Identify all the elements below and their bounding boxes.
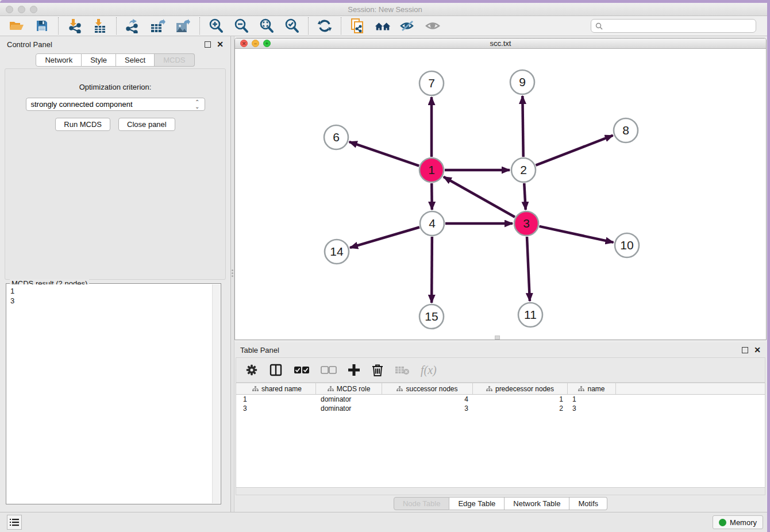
window-right-border <box>767 0 770 532</box>
table-row[interactable]: 3dominator323 <box>236 404 765 413</box>
edge-4-15[interactable] <box>432 237 432 303</box>
main-toolbar <box>0 16 770 36</box>
memory-label: Memory <box>730 518 757 527</box>
network-window-title: scc.txt <box>235 39 766 48</box>
clone-network-icon[interactable] <box>349 18 366 34</box>
network-window-titlebar[interactable]: ✕ − + scc.txt <box>235 38 766 49</box>
task-history-button[interactable] <box>7 515 22 530</box>
tab-network-table[interactable]: Network Table <box>505 497 569 510</box>
open-session-icon[interactable] <box>8 18 25 34</box>
node-table: shared nameMCDS rolesuccessor nodesprede… <box>236 383 765 488</box>
cell-predecessor-nodes[interactable]: 2 <box>473 404 568 413</box>
node-label-1: 1 <box>428 163 435 176</box>
window-top-border <box>0 0 770 3</box>
search-input[interactable] <box>606 22 752 30</box>
table-footer-strip <box>236 488 765 495</box>
edge-2-3[interactable] <box>524 183 525 210</box>
import-network-icon[interactable] <box>66 18 83 34</box>
cell-shared-name[interactable]: 1 <box>238 395 316 404</box>
result-scrollbar[interactable] <box>212 284 220 503</box>
node-label-3: 3 <box>523 217 530 230</box>
split-columns-icon[interactable] <box>269 363 283 377</box>
edge-1-6[interactable] <box>349 142 419 166</box>
node-label-15: 15 <box>425 310 438 323</box>
edge-3-1[interactable] <box>444 177 515 217</box>
table-panel-title: Table Panel <box>240 346 279 354</box>
close-panel-button[interactable]: Close panel <box>118 118 175 131</box>
float-table-panel-icon[interactable] <box>742 347 748 353</box>
save-session-icon[interactable] <box>33 18 51 34</box>
refresh-icon[interactable] <box>316 18 333 34</box>
tab-style[interactable]: Style <box>82 53 116 67</box>
delete-table-icon[interactable] <box>395 365 410 375</box>
table-toolbar: f(x) <box>236 357 765 383</box>
node-label-11: 11 <box>524 308 537 321</box>
mcds-result-list[interactable]: 1 3 <box>7 284 212 503</box>
hierarchy-icon <box>328 386 334 392</box>
cell-shared-name[interactable]: 3 <box>238 404 316 413</box>
neighborhood-icon[interactable] <box>374 18 391 34</box>
export-network-icon[interactable] <box>124 18 141 34</box>
float-panel-icon[interactable] <box>205 41 211 48</box>
export-image-icon[interactable] <box>175 18 192 34</box>
mcds-result-box: MCDS result (2 nodes) 1 3 <box>6 283 221 504</box>
window-title: Session: New Session <box>0 5 770 14</box>
cell-predecessor-nodes[interactable]: 1 <box>473 395 568 404</box>
tab-mcds[interactable]: MCDS <box>155 53 194 67</box>
optimization-criterion-value: strongly connected component <box>31 100 133 109</box>
cell-MCDS-role[interactable]: dominator <box>316 395 382 404</box>
tab-edge-table[interactable]: Edge Table <box>449 497 505 510</box>
table-settings-icon[interactable] <box>245 364 258 376</box>
select-all-checks-icon[interactable] <box>294 366 310 374</box>
tab-select[interactable]: Select <box>116 53 155 67</box>
hide-selected-icon[interactable] <box>399 18 417 34</box>
deselect-all-checks-icon[interactable] <box>321 366 337 374</box>
edge-3-11[interactable] <box>527 237 530 301</box>
cell-MCDS-role[interactable]: dominator <box>316 404 382 413</box>
hierarchy-icon <box>252 386 259 392</box>
cell-name[interactable]: 3 <box>568 404 616 413</box>
edge-4-14[interactable] <box>350 228 419 248</box>
tab-network[interactable]: Network <box>36 53 82 67</box>
close-table-panel-icon[interactable]: ✕ <box>754 347 761 353</box>
memory-status-icon <box>719 519 726 526</box>
edge-3-10[interactable] <box>539 226 613 242</box>
zoom-in-icon[interactable] <box>207 18 225 34</box>
zoom-selected-icon[interactable] <box>283 18 301 34</box>
node-label-4: 4 <box>429 217 436 230</box>
import-table-icon[interactable] <box>91 18 109 34</box>
network-canvas[interactable]: 7968124314101511 <box>235 49 766 340</box>
column-header-successor-nodes[interactable]: successor nodes <box>382 383 473 394</box>
cell-successor-nodes[interactable]: 3 <box>382 404 473 413</box>
zoom-fit-icon[interactable] <box>258 18 275 34</box>
canvas-scroll-thumb[interactable] <box>495 336 500 340</box>
panel-splitter[interactable] <box>231 36 234 512</box>
column-header-MCDS-role[interactable]: MCDS role <box>316 383 382 394</box>
column-header-name[interactable]: name <box>568 383 616 394</box>
close-panel-icon[interactable]: ✕ <box>217 41 224 48</box>
tab-node-table[interactable]: Node Table <box>394 497 450 510</box>
network-graph[interactable]: 7968124314101511 <box>235 49 766 340</box>
control-panel-title: Control Panel <box>7 40 52 49</box>
edge-2-8[interactable] <box>536 136 613 165</box>
run-mcds-button[interactable]: Run MCDS <box>55 118 110 131</box>
zoom-out-icon[interactable] <box>233 18 250 34</box>
column-header-shared-name[interactable]: shared name <box>238 383 316 394</box>
optimization-criterion-select[interactable]: strongly connected component ⌃⌄ <box>26 98 205 111</box>
control-panel-tabs: NetworkStyleSelectMCDS <box>0 53 230 67</box>
node-label-7: 7 <box>428 76 435 90</box>
column-header-predecessor-nodes[interactable]: predecessor nodes <box>473 383 568 394</box>
delete-rows-icon[interactable] <box>371 363 384 377</box>
add-row-icon[interactable] <box>348 364 360 376</box>
function-builder-icon[interactable]: f(x) <box>421 364 437 377</box>
memory-button[interactable]: Memory <box>713 515 763 529</box>
tab-motifs[interactable]: Motifs <box>569 497 607 510</box>
cell-name[interactable]: 1 <box>568 395 616 404</box>
export-table-icon[interactable] <box>149 18 167 34</box>
search-field[interactable] <box>591 19 756 33</box>
table-row[interactable]: 1dominator411 <box>236 395 765 404</box>
cell-successor-nodes[interactable]: 4 <box>382 395 473 404</box>
node-label-2: 2 <box>520 163 527 176</box>
show-all-icon[interactable] <box>425 18 442 34</box>
edge-2-9[interactable] <box>522 96 523 157</box>
